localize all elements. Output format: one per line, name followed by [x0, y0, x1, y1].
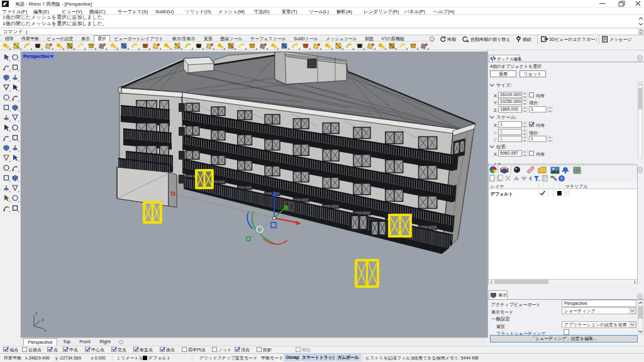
- svg-text:x: x: [44, 328, 47, 332]
- svg-text:z: z: [35, 311, 38, 315]
- svg-text:y: y: [42, 317, 44, 322]
- svg-text:?: ?: [560, 176, 564, 182]
- svg-text:Perspective: Perspective: [23, 53, 50, 59]
